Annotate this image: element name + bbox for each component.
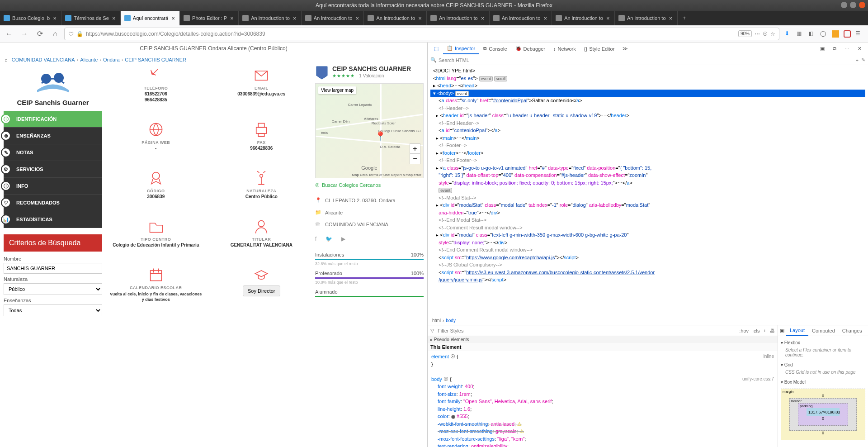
sidenav-item[interactable]: ✎NOTAS <box>4 144 102 161</box>
devtools-close-button[interactable]: ✕ <box>854 43 865 54</box>
dom-search[interactable]: 🔍 Search HTML + ✎ <box>428 55 868 65</box>
cls-button[interactable]: .cls <box>752 328 760 333</box>
tab-close-icon[interactable]: × <box>354 15 360 21</box>
breadcrumb-link[interactable]: Alicante <box>80 57 98 62</box>
breadcrumb-link[interactable]: COMUNIDAD VALENCIANA <box>12 57 75 62</box>
ensenanzas-select[interactable]: Todas <box>4 304 102 316</box>
tab-close-icon[interactable]: × <box>111 15 117 21</box>
sidebar-icon[interactable]: ◧ <box>808 30 816 38</box>
sidenav-item[interactable]: ⚙SERVICIOS <box>4 161 102 178</box>
view-larger-map-button[interactable]: View larger map <box>318 86 356 94</box>
devtools-tab-debugger[interactable]: 🐞 Debugger <box>512 43 549 54</box>
print-sim-button[interactable]: 🖶 <box>770 328 775 333</box>
tab-close-icon[interactable]: × <box>170 15 176 21</box>
devtools-tab-styleeditor[interactable]: {} Style Editor <box>580 44 618 54</box>
tab-close-icon[interactable]: × <box>480 15 486 21</box>
eyedropper-button[interactable]: ✎ <box>861 57 865 63</box>
browser-tab[interactable]: Busco Colegio, b× <box>0 11 61 25</box>
sidenav-item[interactable]: ⓘINFO <box>4 178 102 195</box>
facebook-icon[interactable]: f <box>315 236 316 242</box>
window-maximize-button[interactable] <box>850 2 856 8</box>
add-node-button[interactable]: + <box>855 57 858 63</box>
tab-close-icon[interactable]: × <box>542 15 548 21</box>
browser-tab[interactable]: An introduction to× <box>490 11 552 25</box>
devtools-menu-button[interactable]: ⋯ <box>841 43 853 54</box>
layout-tab[interactable]: Layout <box>786 326 808 336</box>
boxmodel-section[interactable]: ▾ Box Model <box>781 378 865 386</box>
hov-button[interactable]: :hov <box>739 328 749 333</box>
rules-list[interactable]: element ⦿ {inline } body ⦿ {unify-core.c… <box>428 351 778 447</box>
css-property[interactable]: font-size: 1rem; <box>431 390 774 398</box>
dom-breadcrumbs[interactable]: html › body <box>428 316 868 325</box>
tab-close-icon[interactable]: × <box>52 15 57 21</box>
tab-close-icon[interactable]: × <box>417 15 423 21</box>
pseudo-elements-section[interactable]: ▸ Pseudo-elements <box>428 336 778 343</box>
inspector-pick-button[interactable]: ⬚ <box>430 43 442 54</box>
css-property[interactable]: color: #555; <box>431 413 774 420</box>
map-attribution[interactable]: Map Data Terms of Use Report a map error <box>352 173 421 177</box>
css-property[interactable]: -webkit-font-smoothing: antialiased; ⚠ <box>431 420 774 428</box>
browser-tab[interactable]: An introduction to× <box>239 11 302 25</box>
tab-close-icon[interactable]: × <box>229 15 235 21</box>
nombre-input[interactable] <box>4 263 102 274</box>
sidenav-item[interactable]: ⊜ENSEÑANZAS <box>4 128 102 144</box>
css-property[interactable]: -moz-osx-font-smoothing: grayscale; ⚠ <box>431 428 774 435</box>
browser-tab[interactable]: An introduction to× <box>364 11 427 25</box>
tab-close-icon[interactable]: × <box>668 15 674 21</box>
soy-director-button[interactable]: Soy Director <box>243 285 280 296</box>
css-property[interactable]: text-rendering: optimizelegibility; <box>431 442 774 447</box>
browser-tab[interactable]: An introduction to× <box>427 11 490 25</box>
map-zoom-out-button[interactable]: − <box>410 154 420 164</box>
changes-tab[interactable]: Changes <box>839 326 866 335</box>
window-minimize-button[interactable] <box>841 2 847 8</box>
browser-tab[interactable]: An introduction to× <box>302 11 364 25</box>
browser-tab[interactable]: Photo Editor : P× <box>180 11 239 25</box>
ext2-icon[interactable] <box>844 30 851 38</box>
sidenav-item[interactable]: ♡RECOMENDADOS <box>4 195 102 211</box>
sidenav-item[interactable]: ⓘIDENTIFICACIÓN <box>4 111 102 128</box>
back-button[interactable]: ← <box>3 28 15 40</box>
devtools-tab-network[interactable]: ↕ Network <box>550 44 580 54</box>
tab-close-icon[interactable]: × <box>605 15 611 21</box>
add-rule-button[interactable]: + <box>764 328 766 333</box>
sidenav-item[interactable]: 📊ESTADÍSTICAS <box>4 211 102 228</box>
ext1-icon[interactable] <box>832 30 839 38</box>
dom-tree[interactable]: <!DOCTYPE html> <html lang="es-es"> even… <box>428 65 868 316</box>
boxmodel-diagram[interactable]: margin0 border padding 1317.67×8198.83 0… <box>781 389 865 440</box>
responsive-design-button[interactable]: ▣ <box>816 43 828 54</box>
new-tab-button[interactable]: + <box>678 11 691 25</box>
zoom-level[interactable]: 90% <box>738 30 752 37</box>
css-property[interactable]: font-family: "Open Sans", Helvetica, Ari… <box>431 398 774 405</box>
url-bar[interactable]: 🛡 🔒 https://www.buscocolegio.com/Colegio… <box>64 28 779 40</box>
browser-tab[interactable]: An introduction to× <box>552 11 615 25</box>
reload-button[interactable]: ⟳ <box>33 28 46 40</box>
flexbox-section[interactable]: ▾ Flexbox <box>781 339 865 347</box>
browser-tab[interactable]: Aquí encontrará× <box>121 11 180 25</box>
css-property[interactable]: line-height: 1.6; <box>431 405 774 413</box>
map-zoom-in-button[interactable]: + <box>410 144 420 154</box>
forward-button[interactable]: → <box>18 28 31 40</box>
dock-button[interactable]: ⧉ <box>829 43 840 54</box>
bookmark-star-icon[interactable]: ☆ <box>770 31 775 37</box>
library-icon[interactable]: ▥ <box>797 30 804 38</box>
devtools-tab-console[interactable]: ⧉ Console <box>480 43 510 54</box>
devtools-tab-inspector[interactable]: 📋 Inspector <box>443 43 479 54</box>
css-property[interactable]: -moz-font-feature-settings: "liga", "ker… <box>431 435 774 443</box>
tab-close-icon[interactable]: × <box>292 15 297 21</box>
css-property[interactable]: font-weight: 400; <box>431 383 774 390</box>
grid-section[interactable]: ▾ Grid <box>781 361 865 369</box>
breadcrumb-link[interactable]: CEIP SANCHIS GUARNER <box>125 57 186 62</box>
twitter-icon[interactable]: 🐦 <box>326 236 332 242</box>
browser-tab[interactable]: Términos de Se× <box>61 11 121 25</box>
boxmodel-icon-button[interactable]: ▣ <box>778 326 786 335</box>
reader-icon[interactable]: ☉ <box>763 31 768 37</box>
menu-icon[interactable]: ☰ <box>855 30 863 38</box>
home-button[interactable]: ⌂ <box>49 28 61 40</box>
computed-tab[interactable]: Computed <box>808 326 839 335</box>
youtube-icon[interactable]: ▶ <box>341 236 345 242</box>
downloads-icon[interactable]: ⬇ <box>785 30 792 38</box>
layout-overflow[interactable]: ▾ <box>866 326 868 335</box>
page-actions-icon[interactable]: ⋯ <box>755 31 760 37</box>
naturaleza-select[interactable]: Público <box>4 283 102 295</box>
buscar-cercanos-link[interactable]: ◎ Buscar Colegios Cercanos <box>315 182 424 188</box>
